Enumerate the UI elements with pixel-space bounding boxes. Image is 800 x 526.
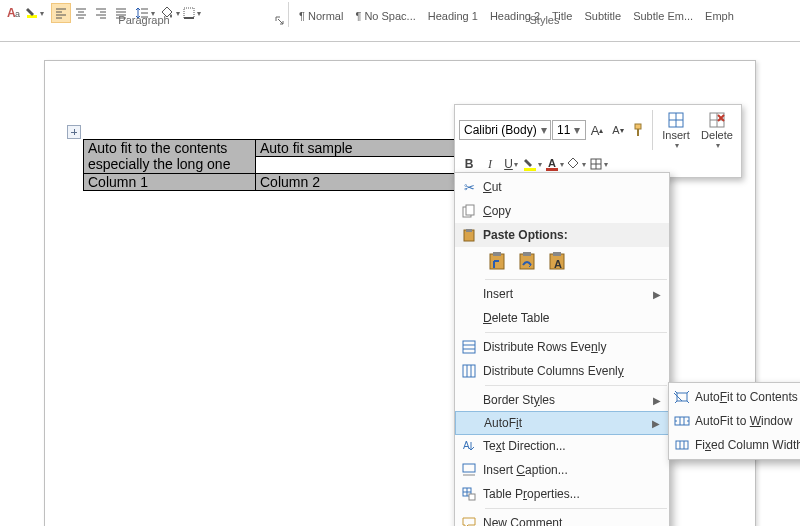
paragraph-group-label: Paragraph bbox=[0, 14, 288, 28]
highlight-color-button[interactable]: ▾ bbox=[522, 154, 543, 174]
paste-text-only-icon[interactable]: A bbox=[545, 249, 569, 273]
font-family-combo[interactable]: Calibri (Body)▾ bbox=[459, 120, 551, 140]
ctx-cut[interactable]: ✂ Cut bbox=[455, 175, 669, 199]
svg-rect-69 bbox=[676, 441, 688, 449]
cut-icon: ✂ bbox=[455, 180, 483, 195]
italic-button[interactable]: I bbox=[480, 154, 500, 174]
table-cell[interactable]: Auto fit to the contents especially the … bbox=[84, 140, 256, 174]
font-size-combo[interactable]: 11▾ bbox=[552, 120, 586, 140]
svg-rect-47 bbox=[523, 252, 531, 256]
shading-mini-button[interactable]: ▾ bbox=[566, 154, 587, 174]
caption-icon bbox=[455, 463, 483, 477]
ctx-table-properties[interactable]: Table Properties... bbox=[455, 482, 669, 506]
shrink-font-button[interactable]: A▾ bbox=[608, 120, 628, 140]
svg-rect-51 bbox=[463, 341, 475, 353]
grow-font-button[interactable]: A▴ bbox=[587, 120, 607, 140]
ctx-insert[interactable]: Insert▶ bbox=[455, 282, 669, 306]
font-color-button[interactable]: A▾ bbox=[544, 154, 565, 174]
svg-rect-63 bbox=[469, 494, 475, 500]
delete-button[interactable]: Delete▾ bbox=[697, 108, 737, 152]
text-direction-icon: A bbox=[455, 439, 483, 453]
ribbon: Aa ▾ ▾ ▾ ▾ Paragraph ¶ Normal ¶ No Spac.… bbox=[0, 0, 800, 42]
insert-button[interactable]: Insert▾ bbox=[656, 108, 696, 152]
borders-mini-button[interactable]: ▾ bbox=[588, 154, 609, 174]
paste-merge-icon[interactable] bbox=[515, 249, 539, 273]
ctx-new-comment[interactable]: New Comment bbox=[455, 511, 669, 526]
svg-text:A: A bbox=[548, 157, 556, 169]
svg-rect-25 bbox=[637, 129, 639, 136]
svg-rect-54 bbox=[463, 365, 475, 377]
svg-rect-36 bbox=[546, 168, 558, 171]
svg-rect-24 bbox=[635, 124, 641, 129]
autofit-contents-icon bbox=[669, 390, 695, 404]
styles-group: ¶ Normal ¶ No Spac... Heading 1 Heading … bbox=[289, 0, 800, 28]
svg-text:A: A bbox=[463, 440, 470, 451]
svg-rect-58 bbox=[463, 464, 475, 472]
paste-keep-source-icon[interactable] bbox=[485, 249, 509, 273]
autofit-submenu: AutoFit to Contents AutoFit to Window Fi… bbox=[668, 382, 800, 460]
svg-line-65 bbox=[674, 393, 682, 401]
svg-rect-49 bbox=[553, 252, 561, 256]
autofit-window-icon bbox=[669, 414, 695, 428]
svg-text:A: A bbox=[554, 258, 562, 270]
styles-group-label: Styles bbox=[289, 14, 800, 28]
format-painter-button[interactable] bbox=[629, 120, 649, 140]
autofit-contents[interactable]: AutoFit to Contents bbox=[669, 385, 800, 409]
bold-button[interactable]: B bbox=[459, 154, 479, 174]
table-row: Auto fit to the contents especially the … bbox=[84, 140, 484, 174]
ctx-delete-table[interactable]: Delete Table bbox=[455, 306, 669, 330]
table-properties-icon bbox=[455, 487, 483, 501]
context-menu: ✂ Cut Copy Paste Options: A Insert▶ Dele… bbox=[454, 172, 670, 526]
paste-icon bbox=[455, 228, 483, 242]
svg-rect-43 bbox=[466, 229, 472, 232]
paste-options-row: A bbox=[455, 247, 669, 277]
distribute-rows-icon bbox=[455, 340, 483, 354]
table-cell[interactable]: Column 1 bbox=[84, 174, 256, 191]
paragraph-group: Aa ▾ ▾ ▾ ▾ Paragraph bbox=[0, 0, 288, 28]
table-cell[interactable]: Auto fit sample bbox=[256, 140, 484, 174]
svg-rect-45 bbox=[493, 252, 501, 256]
ctx-copy[interactable]: Copy bbox=[455, 199, 669, 223]
ctx-distribute-rows[interactable]: Distribute Rows Evenly bbox=[455, 335, 669, 359]
distribute-cols-icon bbox=[455, 364, 483, 378]
ctx-text-direction[interactable]: A Text Direction... bbox=[455, 434, 669, 458]
svg-rect-34 bbox=[524, 168, 536, 171]
svg-rect-41 bbox=[466, 205, 474, 215]
ctx-distribute-cols[interactable]: Distribute Columns Evenly bbox=[455, 359, 669, 383]
comment-icon bbox=[455, 516, 483, 526]
ctx-border-styles[interactable]: Border Styles▶ bbox=[455, 388, 669, 412]
ctx-insert-caption[interactable]: Insert Caption... bbox=[455, 458, 669, 482]
ctx-autofit[interactable]: AutoFit▶ bbox=[455, 411, 669, 435]
copy-icon bbox=[455, 204, 483, 218]
autofit-window[interactable]: AutoFit to Window bbox=[669, 409, 800, 433]
svg-rect-66 bbox=[675, 417, 689, 425]
document-table[interactable]: Auto fit to the contents especially the … bbox=[83, 139, 484, 191]
ctx-paste-options: Paste Options: bbox=[455, 223, 669, 247]
table-row: Column 1 Column 2 bbox=[84, 174, 484, 191]
table-cell[interactable]: Column 2 bbox=[256, 174, 484, 191]
fixed-width-icon bbox=[669, 438, 695, 452]
table-move-handle[interactable] bbox=[67, 125, 81, 139]
paragraph-dialog-launcher[interactable] bbox=[274, 15, 286, 27]
underline-button[interactable]: U▾ bbox=[501, 154, 521, 174]
mini-toolbar: Calibri (Body)▾ 11▾ A▴ A▾ Insert▾ Delete… bbox=[454, 104, 742, 178]
fixed-column-width[interactable]: Fixed Column Width bbox=[669, 433, 800, 457]
